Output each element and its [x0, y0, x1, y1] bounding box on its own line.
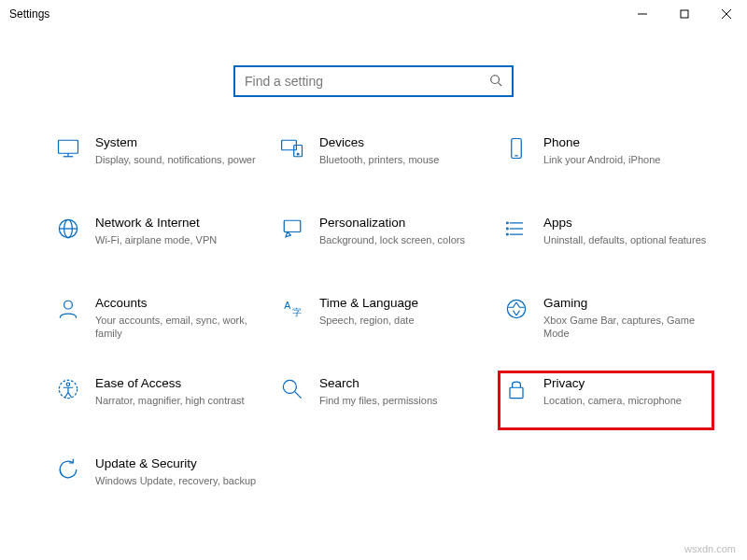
minimize-button[interactable]: [621, 0, 663, 28]
tile-desc: Xbox Game Bar, captures, Game Mode: [543, 314, 710, 342]
tile-title: Update & Security: [95, 455, 261, 472]
accessibility-icon: [54, 375, 82, 403]
svg-rect-17: [284, 220, 301, 231]
tile-title: Privacy: [543, 375, 710, 392]
svg-point-22: [507, 228, 509, 230]
tile-time[interactable]: A字 Time & Language Speech, region, date: [275, 291, 489, 349]
tile-desc: Uninstall, defaults, optional features: [543, 233, 710, 247]
tile-title: Network & Internet: [95, 215, 261, 231]
tile-desc: Background, lock screen, colors: [319, 233, 486, 247]
tile-title: Accounts: [95, 295, 261, 312]
maximize-button[interactable]: [663, 0, 705, 28]
tile-personalization[interactable]: Personalization Background, lock screen,…: [275, 211, 489, 269]
svg-line-5: [499, 82, 502, 86]
tile-desc: Your accounts, email, sync, work, family: [95, 314, 261, 342]
svg-text:字: 字: [292, 307, 302, 317]
search-box[interactable]: [233, 65, 514, 97]
tile-devices[interactable]: Devices Bluetooth, printers, mouse: [275, 131, 489, 189]
svg-line-31: [295, 392, 302, 399]
svg-point-29: [66, 383, 70, 386]
tile-update[interactable]: Update & Security Windows Update, recove…: [50, 452, 265, 510]
svg-text:A: A: [284, 300, 290, 311]
tile-title: Personalization: [319, 215, 486, 231]
magnifier-icon: [278, 375, 306, 403]
tile-system[interactable]: System Display, sound, notifications, po…: [50, 131, 265, 189]
window-title: Settings: [9, 7, 49, 21]
search-icon: [489, 74, 502, 90]
watermark: wsxdn.com: [684, 543, 736, 554]
apps-icon: [502, 215, 530, 243]
language-icon: A字: [278, 295, 306, 323]
paint-icon: [278, 215, 306, 243]
tile-privacy[interactable]: Privacy Location, camera, microphone: [499, 371, 713, 429]
tile-desc: Find my files, permissions: [319, 394, 486, 408]
tile-search[interactable]: Search Find my files, permissions: [275, 371, 489, 429]
tile-title: Search: [319, 375, 486, 392]
svg-point-11: [297, 153, 299, 155]
tile-desc: Narrator, magnifier, high contrast: [95, 394, 261, 408]
titlebar: Settings: [0, 0, 747, 28]
tile-apps[interactable]: Apps Uninstall, defaults, optional featu…: [499, 211, 713, 269]
close-button[interactable]: [705, 0, 747, 28]
tile-accounts[interactable]: Accounts Your accounts, email, sync, wor…: [50, 291, 265, 349]
tile-title: Phone: [543, 134, 710, 151]
svg-point-4: [491, 75, 500, 83]
phone-icon: [502, 134, 530, 162]
tile-desc: Wi-Fi, airplane mode, VPN: [95, 233, 261, 247]
tile-title: Gaming: [543, 295, 710, 312]
globe-icon: [54, 215, 82, 243]
tile-desc: Windows Update, recovery, backup: [95, 474, 261, 488]
update-icon: [54, 455, 82, 483]
tile-title: System: [95, 134, 261, 151]
monitor-icon: [54, 134, 82, 162]
tile-desc: Display, sound, notifications, power: [95, 153, 261, 167]
tile-title: Devices: [319, 134, 486, 151]
tile-network[interactable]: Network & Internet Wi-Fi, airplane mode,…: [50, 211, 265, 269]
svg-rect-32: [510, 387, 523, 398]
svg-point-24: [64, 301, 73, 309]
gaming-icon: [502, 295, 530, 323]
tile-desc: Bluetooth, printers, mouse: [319, 153, 486, 167]
settings-grid: System Display, sound, notifications, po…: [0, 97, 747, 528]
svg-point-23: [507, 233, 509, 235]
tile-desc: Link your Android, iPhone: [543, 153, 710, 167]
tile-ease[interactable]: Ease of Access Narrator, magnifier, high…: [50, 371, 265, 429]
search-input[interactable]: [245, 74, 489, 89]
devices-icon: [278, 134, 306, 162]
tile-desc: Speech, region, date: [319, 314, 486, 328]
person-icon: [54, 295, 82, 323]
svg-point-30: [283, 380, 296, 393]
tile-title: Apps: [543, 215, 710, 231]
svg-rect-6: [59, 140, 78, 153]
tile-gaming[interactable]: Gaming Xbox Game Bar, captures, Game Mod…: [499, 291, 713, 349]
tile-phone[interactable]: Phone Link your Android, iPhone: [499, 131, 713, 189]
svg-point-21: [507, 222, 509, 224]
tile-title: Ease of Access: [95, 375, 261, 392]
tile-title: Time & Language: [319, 295, 486, 312]
tile-desc: Location, camera, microphone: [543, 394, 710, 408]
svg-rect-1: [681, 10, 688, 18]
lock-icon: [502, 375, 530, 403]
